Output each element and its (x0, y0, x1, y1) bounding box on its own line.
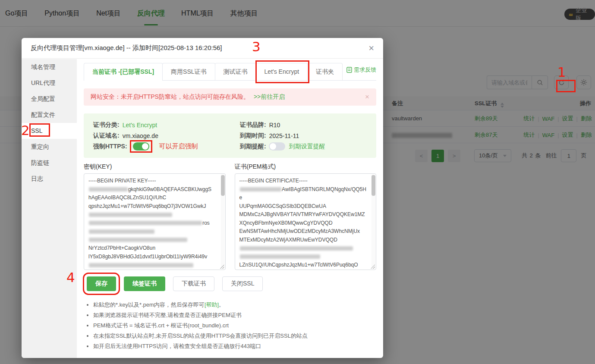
field-label: 认证域名: (93, 132, 120, 140)
cert-text-line: -----BEGIN PRIVATE KEY----- (88, 177, 217, 185)
field-label: 到期时间: (240, 132, 266, 140)
cert-text-line: qpshzJqzMu1+w7TclWtV6Puq6bqO7j3VOW1GwkJ (88, 202, 217, 211)
cert-field: 证书品牌:R10 (240, 119, 367, 130)
modal-close-icon[interactable]: × (368, 44, 374, 53)
cert-text: ros (202, 220, 210, 226)
cert-text: MDMxCzAJBgNVBAYTAlVTMRYwFAYDVQQKEw1MZ (239, 211, 365, 217)
redacted-text (240, 246, 353, 251)
cert-text-line (239, 244, 368, 253)
private-key-textarea[interactable]: -----BEGIN PRIVATE KEY-----gkqhkiG9w0BAQ… (84, 173, 226, 270)
key-label: 密钥(KEY) (84, 163, 226, 171)
cert-text-line: XQncyBFbmNyeXB0MQwwCgYDVQQD (239, 219, 368, 228)
sidebar-item-3[interactable]: 全局配置 (22, 91, 77, 107)
cert-info-panel: 证书分类:Let's Encrypt认证域名:vm.xiaoge.de强制HTT… (84, 113, 376, 158)
cert-text-line: -----BEGIN CERTIFICATE----- (239, 177, 368, 185)
note-item: 如果浏览器提示证书链不完整,请检查是否正确拼接PEM证书 (93, 311, 376, 319)
save-button[interactable]: 保存 (87, 276, 116, 291)
expiry-remind-hint[interactable]: 到期设置提醒 (289, 143, 325, 151)
cert-text-line (88, 270, 217, 270)
cert-text-line: UUPqmMA0GCSqGSIb3DQEBCwUA (239, 202, 368, 211)
cert-tab-1[interactable]: 当前证书 -[已部署SSL] (84, 63, 163, 80)
modal-header: 反向代理项目管理[vm.xiaoge.de] -- 添加时间[2025-08-1… (22, 38, 383, 59)
toggle-knob (142, 143, 148, 150)
cert-text: NrYztcd7PbHt+CaogkVO8un (88, 245, 155, 251)
sidebar-item-1[interactable]: 域名管理 (22, 59, 77, 75)
cert-text: -----BEGIN CERTIFICATE----- (239, 178, 308, 184)
expiry-remind-toggle[interactable] (269, 142, 285, 151)
field-value: vm.xiaoge.de (123, 132, 158, 139)
cert-text-line: lY5xD8gbJ8VBHdGJd1dvxf1UgbrObl11IyW9R4i4… (88, 253, 217, 261)
cert-tab-5[interactable]: 证书夹 (307, 63, 343, 80)
modal-sidebar: 域名管理URL代理全局配置配置文件SSL重定向防盗链日志 (22, 59, 77, 358)
feedback-form-icon (346, 67, 352, 73)
sidebar-item-8[interactable]: 日志 (22, 171, 77, 187)
cert-tab-2[interactable]: 商用SSL证书 (162, 63, 215, 80)
redacted-text (89, 187, 128, 191)
cert-text: UUPqmMA0GCSqGSIb3DQEBCwUA (239, 203, 326, 209)
cert-text: LZnSU1Q//UhCqpshzJqzMu1+w7TclWtV6Puq6bqO (239, 262, 358, 268)
field-label: 强制HTTPS: (93, 143, 127, 151)
cert-text-line (239, 253, 368, 261)
cert-text: gkqhkiG9w0BAQEFAASCBKUwggS (128, 186, 211, 192)
warning-text: 网站安全：未开启HTTPS防窜站，站点访问可能存在风险。 (91, 93, 249, 101)
field-label: 证书品牌: (240, 121, 266, 129)
cert-text-line: hAgEAAoIBAQC8LZnSU1Q//UhC (88, 194, 217, 202)
sidebar-item-6[interactable]: 重定向 (22, 139, 77, 155)
sidebar-item-5[interactable]: SSL (22, 123, 77, 139)
cert-field: 认证域名:vm.xiaoge.de (93, 130, 240, 141)
redacted-text (89, 213, 172, 217)
close-ssl-button[interactable]: 关闭SSL (222, 276, 263, 291)
redacted-text (89, 229, 154, 234)
cert-text: qpshzJqzMu1+w7TclWtV6Puq6bqO7j3VOW1GwkJ (88, 203, 206, 209)
force-https-toggle[interactable] (133, 142, 149, 151)
note-item: 如开启后无法使用HTTPS访问，请检查安全组是否正确放行443端口 (93, 342, 376, 350)
https-warning-banner: 网站安全：未开启HTTPS防窜站，站点访问可能存在风险。 >>前往开启 × (84, 88, 376, 106)
cert-text-line: 7j3VOW1GwkJHyaltHCHQ4S5t (239, 270, 368, 270)
pem-label: 证书(PEM格式) (235, 163, 377, 171)
renew-cert-button[interactable]: 续签证书 (124, 276, 165, 291)
cert-field: 到期时间:2025-11-11 (240, 130, 367, 141)
help-link[interactable]: [帮助] (205, 301, 219, 308)
certificate-pem-textarea[interactable]: -----BEGIN CERTIFICATE-----AwIBAgISBTNGR… (235, 173, 377, 270)
sidebar-item-7[interactable]: 防盗链 (22, 155, 77, 171)
download-cert-button[interactable]: 下载证书 (173, 276, 214, 291)
cert-text-line: gkqhkiG9w0BAQEFAASCBKUwggS (88, 185, 217, 194)
feedback-link[interactable]: 需求反馈 (346, 66, 376, 75)
field-value: 2025-11-11 (269, 132, 299, 139)
cert-text-line (88, 261, 217, 270)
cert-text-line (88, 236, 217, 245)
cert-text-line (88, 227, 217, 236)
note-text: 在未指定SSL默认站点时,未开启SSL的站点使用HTTPS会直接访问到已开启SS… (93, 333, 308, 339)
cert-tab-3[interactable]: 测试证书 (215, 63, 256, 80)
toggle-knob (270, 143, 276, 150)
cert-field: 证书分类:Let's Encrypt (93, 119, 240, 130)
sidebar-item-2[interactable]: URL代理 (22, 75, 77, 91)
force-https-hint: 可以开启强制 (159, 142, 198, 151)
ssl-modal: 反向代理项目管理[vm.xiaoge.de] -- 添加时间[2025-08-1… (22, 38, 383, 358)
field-label: 证书分类: (93, 121, 120, 129)
cert-text-line: AwIBAgISBTNGRLMQNgqNx/QQ5He (239, 185, 368, 202)
note-item: 在未指定SSL默认站点时,未开启SSL的站点使用HTTPS会直接访问到已开启SS… (93, 332, 376, 340)
button-row: 保存续签证书下载证书关闭SSL (84, 276, 376, 291)
sidebar-item-4[interactable]: 配置文件 (22, 107, 77, 123)
cert-text: hAgEAAoIBAQC8LZnSU1Q//UhC (88, 195, 166, 201)
cert-text-line (88, 210, 217, 219)
cert-tabs: 当前证书 -[已部署SSL]商用SSL证书测试证书Let's Encrypt证书… (84, 61, 376, 81)
modal-title: 反向代理项目管理[vm.xiaoge.de] -- 添加时间[2025-08-1… (31, 44, 222, 52)
cert-text-line: EwNSMTAwHhcNMjUwODEzMDcyMzA3WhcNMjUx (239, 227, 368, 236)
field-value: Let's Encrypt (123, 122, 157, 129)
cert-tab-4[interactable]: Let's Encrypt (256, 63, 308, 80)
banner-close-icon[interactable]: × (365, 93, 369, 101)
cert-text: MTExMDcyMzA2WjAXMRUwEwYDVQQD (239, 237, 337, 243)
scrollbar-track[interactable] (371, 174, 375, 269)
note-text: 如开启后无法使用HTTPS访问，请检查安全组是否正确放行443端口 (93, 343, 261, 349)
note-text: 粘贴您的*.key以及*.pem内容，然后保存即可 (93, 301, 205, 308)
notes-list: 粘贴您的*.key以及*.pem内容，然后保存即可[帮助]。如果浏览器提示证书链… (84, 301, 376, 350)
cert-text-line: ros (88, 219, 217, 228)
expiry-remind-row: 到期提醒:到期设置提醒 (240, 141, 367, 152)
scrollbar-thumb[interactable] (221, 175, 225, 196)
enable-https-link[interactable]: >>前往开启 (254, 93, 285, 101)
scrollbar-thumb[interactable] (371, 175, 375, 196)
scrollbar-track[interactable] (221, 174, 225, 269)
cert-text-line: MDMxCzAJBgNVBAYTAlVTMRYwFAYDVQQKEw1MZ (239, 210, 368, 219)
